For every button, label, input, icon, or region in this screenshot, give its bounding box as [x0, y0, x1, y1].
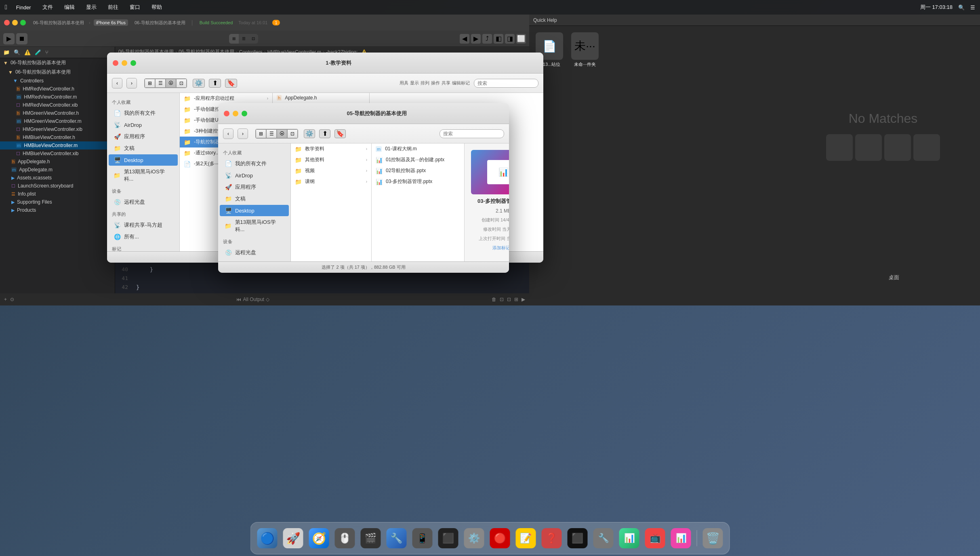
finder2-view-column[interactable]: ⦿ — [277, 129, 287, 138]
menu-go[interactable]: 前往 — [105, 3, 121, 12]
finder2-add-tag[interactable]: 添加标记... — [492, 245, 509, 251]
nav-item-controllers[interactable]: ▼ Controllers — [0, 77, 115, 85]
dock-app7[interactable]: 📊 — [669, 527, 693, 550]
menubar-search-icon[interactable]: 🔍 — [958, 4, 965, 11]
nav-item-hmgreen-m[interactable]: m HMGreenViewController.m — [0, 117, 115, 125]
dock-xcode[interactable]: 🔧 — [385, 527, 408, 550]
finder1-desktop[interactable]: 🖥️ Desktop — [109, 154, 178, 166]
nav-icon-folder[interactable]: 📁 — [3, 49, 10, 55]
finder2-apps[interactable]: 🚀 应用程序 — [220, 181, 289, 193]
dock-app3[interactable]: ⬛ — [566, 527, 589, 550]
finder1-all-files[interactable]: 📄 我的所有文件 — [109, 107, 178, 119]
finder2-col2-item3[interactable]: 📊 02导航控制器.pptx — [372, 165, 464, 176]
finder2-col1-item4[interactable]: 📁 课纲 › — [291, 176, 371, 187]
nav-item-supporting[interactable]: ▶ Supporting Files — [0, 198, 115, 206]
toolbar-icon1[interactable]: ▶ — [3, 33, 15, 44]
nav-item-products[interactable]: ▶ Products — [0, 206, 115, 214]
toolbar-btn1[interactable]: ⊞ — [229, 34, 239, 44]
desktop-icon-2[interactable]: 未··· 未命···件夹 — [569, 30, 601, 70]
dock-safari[interactable]: 🧭 — [307, 527, 331, 550]
nav-item-hmred-xib[interactable]: ☐ HMRedViewController.xib — [0, 101, 115, 109]
finder1-share[interactable]: ⬆ — [209, 79, 221, 88]
menu-finder[interactable]: Finder — [14, 4, 34, 11]
menu-edit[interactable]: 编辑 — [62, 3, 77, 12]
finder2-col1-item2[interactable]: 📁 其他资料 › — [291, 154, 371, 165]
finder1-view-column[interactable]: ⦿ — [166, 79, 176, 88]
finder2-back[interactable]: ‹ — [223, 128, 233, 139]
dock-terminal[interactable]: ⬛ — [437, 527, 460, 550]
dock-app5[interactable]: 📊 — [618, 527, 641, 550]
finder1-minimize[interactable] — [122, 60, 127, 66]
bottom-center-icon[interactable]: ⏮ — [236, 297, 241, 302]
fullscreen-button[interactable] — [20, 20, 26, 25]
dock-trash[interactable]: 🗑️ — [701, 527, 725, 550]
nav-item-project[interactable]: ▼ 06-导航控制器的基本使用 — [0, 58, 115, 67]
dock-video[interactable]: 🎬 — [359, 527, 383, 550]
nav-icon-git[interactable]: ⑂ — [45, 49, 48, 55]
toolbar-btn2[interactable]: ☰ — [239, 34, 248, 44]
finder1-col2-item1[interactable]: h AppDelegate.h — [273, 93, 369, 103]
bottom-panel2[interactable]: ⊡ — [507, 297, 511, 302]
toolbar-panel-right[interactable]: ◨ — [505, 34, 515, 44]
menu-view[interactable]: 显示 — [84, 3, 99, 12]
finder1-forward[interactable]: › — [126, 78, 137, 88]
finder1-fullscreen[interactable] — [130, 60, 136, 66]
nav-item-hmblue-m[interactable]: m HMBlueViewController.m — [0, 141, 115, 150]
finder2-remote-disk[interactable]: 💿 远程光盘 — [220, 247, 289, 258]
nav-item-hmgreen-xib[interactable]: ☐ HMGreenViewController.xib — [0, 125, 115, 133]
finder2-col1-item3[interactable]: 📁 视频 › — [291, 165, 371, 176]
finder2-bookmark[interactable]: 🔖 — [334, 129, 346, 138]
nav-item-hmred-m[interactable]: m HMRedViewController.m — [0, 93, 115, 101]
nav-item-hmblue-h[interactable]: h HMBlueViewController.h — [0, 133, 115, 141]
bottom-panel1[interactable]: ⊡ — [500, 297, 504, 302]
nav-icon-warn[interactable]: ⚠️ — [24, 49, 31, 55]
nav-icon-test[interactable]: 🧪 — [35, 49, 41, 55]
nav-item-infoplist[interactable]: ☰ Info.plist — [0, 190, 115, 198]
finder1-col1-item1[interactable]: 📁 -应用程序启动过程 › — [180, 93, 272, 104]
nav-item-group1[interactable]: ▼ 06-导航控制器的基本使用 — [0, 67, 115, 77]
finder1-ios[interactable]: 📁 第13期黑马iOS学科... — [109, 166, 178, 185]
finder1-apps[interactable]: 🚀 应用程序 — [109, 131, 178, 142]
finder2-search[interactable] — [440, 129, 504, 138]
finder1-airdrop[interactable]: 📡 AirDrop — [109, 119, 178, 131]
dock-sysprefs[interactable]: ⚙️ — [463, 527, 486, 550]
finder1-back[interactable]: ‹ — [112, 78, 122, 88]
finder2-col2-item2[interactable]: 📊 01控制器及其···的创建.pptx — [372, 154, 464, 165]
dock-app6[interactable]: 📺 — [644, 527, 667, 550]
finder2-view-flow[interactable]: ⊡ — [287, 129, 298, 138]
finder2-desktop[interactable]: 🖥️ Desktop — [220, 205, 289, 216]
finder1-course-share[interactable]: 📡 课程共享-马方超 — [109, 219, 178, 231]
menu-window[interactable]: 窗口 — [127, 3, 143, 12]
menu-file[interactable]: 文件 — [40, 3, 55, 12]
device-name[interactable]: iPhone 6s Plus — [94, 19, 128, 26]
menubar-list-icon[interactable]: ☰ — [970, 4, 975, 11]
bottom-fwd[interactable]: ▶ — [522, 297, 525, 302]
toolbar-nav-right[interactable]: ▶ — [471, 34, 481, 44]
finder2-forward[interactable]: › — [238, 128, 248, 139]
finder2-ios-folder[interactable]: 📁 第13期黑马iOS学科... — [220, 217, 289, 235]
bottom-icon2[interactable]: ⊙ — [10, 297, 14, 302]
nav-item-appdelegate-h[interactable]: h AppDelegate.h — [0, 158, 115, 166]
finder2-view-list[interactable]: ☰ — [266, 129, 277, 138]
nav-item-assets[interactable]: ▶ Assets.xcassets — [0, 174, 115, 182]
dock-launchpad[interactable]: 🚀 — [282, 527, 305, 550]
dock-app4[interactable]: 🔧 — [592, 527, 615, 550]
nav-item-hmgreen-h[interactable]: h HMGreenViewController.h — [0, 109, 115, 117]
dock-sticky[interactable]: 📝 — [514, 527, 538, 550]
toolbar-icon2[interactable]: ⏹ — [16, 33, 27, 44]
finder1-bookmark[interactable]: 🔖 — [225, 79, 237, 88]
apple-menu[interactable]:  — [5, 4, 7, 11]
bottom-trash-icon[interactable]: 🗑 — [492, 297, 496, 302]
minimize-button[interactable] — [12, 20, 18, 25]
finder2-view-icon[interactable]: ⊞ — [256, 129, 266, 138]
menu-help[interactable]: 帮助 — [149, 3, 164, 12]
finder2-docs[interactable]: 📁 文稿 — [220, 193, 289, 204]
finder2-airdrop[interactable]: 📡 AirDrop — [220, 170, 289, 181]
bottom-plus[interactable]: + — [4, 297, 7, 302]
nav-item-hmred-h[interactable]: h HMRedViewController.h — [0, 85, 115, 93]
dock-simulator[interactable]: 📱 — [411, 527, 434, 550]
toolbar-panel-left[interactable]: ◧ — [494, 34, 503, 44]
finder1-view-icon[interactable]: ⊞ — [145, 79, 155, 88]
finder1-search[interactable] — [474, 79, 538, 88]
finder2-col1-item1[interactable]: 📁 教学资料 › — [291, 143, 371, 154]
